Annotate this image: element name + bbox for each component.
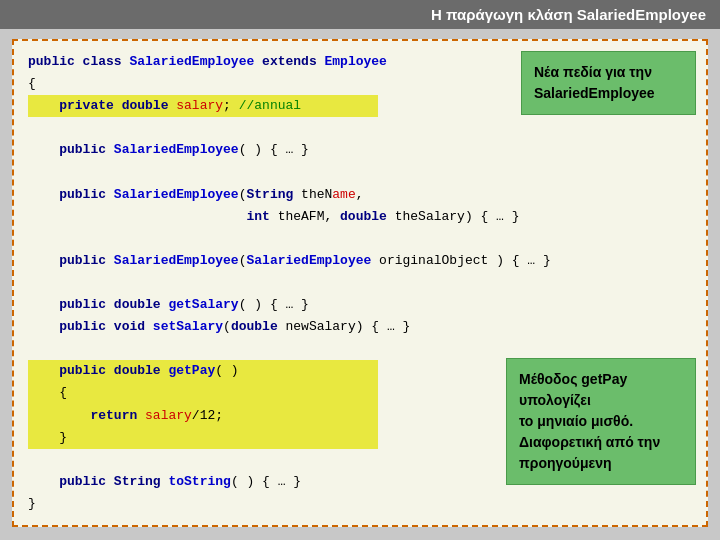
note-bottom-line1: Μέθοδος getPay υπολογίζει [519, 371, 627, 408]
header-title: Η παράγωγη κλάση SalariedEmployee [431, 6, 706, 23]
code-line-5: public SalariedEmployee(String theName, [28, 184, 692, 206]
header-bar: Η παράγωγη κλάση SalariedEmployee [0, 0, 720, 29]
note-top-line1: Νέα πεδία για την [534, 64, 652, 80]
note-bottom-line3: Διαφορετική από την [519, 434, 660, 450]
code-line-6: int theAFM, double theSalary) { … } [28, 206, 692, 228]
note-bottom: Μέθοδος getPay υπολογίζει το μηνιαίο μισ… [506, 358, 696, 485]
code-line-15: } [28, 493, 692, 515]
code-line-10: public double getPay( ) [28, 360, 378, 382]
note-bottom-line2: το μηνιαίο μισθό. [519, 413, 633, 429]
code-line-7: public SalariedEmployee(SalariedEmployee… [28, 250, 692, 272]
code-line-13: } [28, 427, 378, 449]
code-line-12: return salary/12; [28, 405, 378, 427]
note-bottom-line4: προηγούμενη [519, 455, 612, 471]
code-line-11: { [28, 382, 378, 404]
code-line-3: private double salary; //annual [28, 95, 378, 117]
note-top: Νέα πεδία για την SalariedEmployee [521, 51, 696, 115]
code-line-8: public double getSalary( ) { … } [28, 294, 692, 316]
note-top-line2: SalariedEmployee [534, 85, 655, 101]
code-line-9: public void setSalary(double newSalary) … [28, 316, 692, 338]
code-line-4: public SalariedEmployee( ) { … } [28, 139, 692, 161]
main-container: Νέα πεδία για την SalariedEmployee Μέθοδ… [12, 39, 708, 527]
